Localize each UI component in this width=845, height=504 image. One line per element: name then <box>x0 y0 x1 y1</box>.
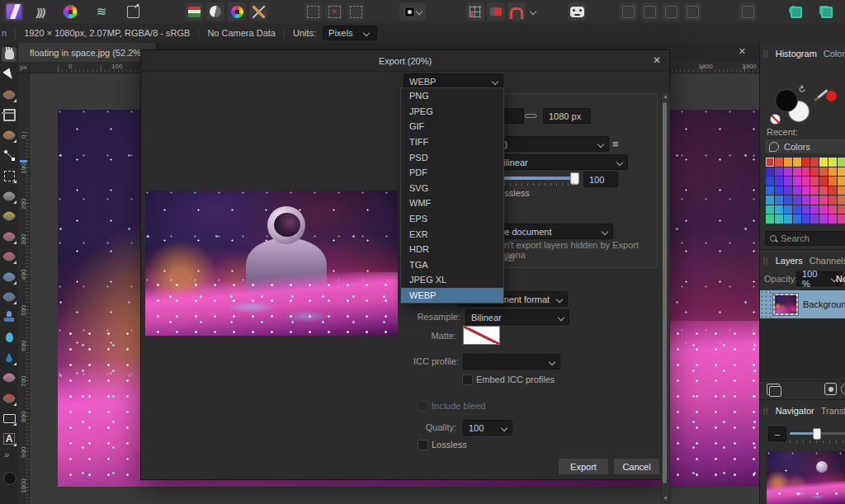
swatch[interactable] <box>810 158 819 167</box>
crop-tool[interactable] <box>2 108 17 123</box>
format-option-png[interactable]: PNG <box>401 88 503 104</box>
tab-color[interactable]: Color <box>824 49 845 59</box>
swatch[interactable] <box>810 214 819 224</box>
swatch[interactable] <box>784 167 792 177</box>
swatch[interactable] <box>775 214 783 224</box>
insert-behind-icon[interactable] <box>786 2 805 21</box>
rectangle-tool[interactable] <box>2 411 17 426</box>
height-field[interactable]: 1080 px <box>543 108 591 124</box>
layers-panel-grip[interactable]: || <box>763 257 769 265</box>
swatch[interactable] <box>838 177 845 186</box>
swatch[interactable] <box>793 177 801 186</box>
zoom-waves-icon[interactable]: ))) <box>31 2 50 21</box>
layer-row-background[interactable]: Background <box>760 290 845 318</box>
swatch[interactable] <box>766 195 774 205</box>
swatch[interactable] <box>828 186 837 195</box>
swatch[interactable] <box>793 214 801 224</box>
navigator-preview[interactable] <box>767 451 845 504</box>
swatch[interactable] <box>775 167 783 177</box>
colour-picker-tool[interactable] <box>2 87 17 102</box>
format-option-psd[interactable]: PSD <box>401 149 503 165</box>
layer-drag-handle[interactable] <box>760 290 772 318</box>
swatch[interactable] <box>828 158 837 167</box>
affinity-photo-logo[interactable] <box>5 2 23 21</box>
healing-brush-tool[interactable] <box>2 290 17 304</box>
picked-colour-well[interactable] <box>826 91 837 101</box>
tab-transform[interactable]: Transform <box>821 406 845 416</box>
swatch[interactable] <box>793 205 801 214</box>
swatch[interactable] <box>819 177 828 186</box>
insert-inside-icon[interactable] <box>817 2 835 21</box>
foreground-colour-well[interactable] <box>775 89 798 112</box>
format-option-hdr[interactable]: HDR <box>401 242 503 257</box>
quality-slider-field[interactable]: 100 <box>583 172 618 187</box>
selection-invert-icon[interactable] <box>347 2 365 21</box>
tab-channels[interactable]: Channels <box>810 256 845 266</box>
units-select[interactable]: Pixels <box>323 26 377 40</box>
swatch[interactable] <box>784 158 792 167</box>
swatch[interactable] <box>810 167 819 177</box>
navigator-zoom-thumb[interactable] <box>813 428 821 440</box>
swatch[interactable] <box>775 177 783 186</box>
swatch[interactable] <box>828 177 837 186</box>
blend-mode-fragment[interactable]: No <box>836 274 845 284</box>
text-tool[interactable]: A <box>2 431 17 446</box>
export-preview-image[interactable] <box>145 191 398 336</box>
liquify-persona-icon[interactable]: ≋ <box>92 2 111 21</box>
lossless-checkbox[interactable] <box>418 440 428 450</box>
export-persona-icon[interactable] <box>124 2 142 21</box>
swatch[interactable] <box>793 186 801 195</box>
format-option-jpeg-xl[interactable]: JPEG XL <box>401 272 503 288</box>
snapping-candidates-icon[interactable] <box>487 2 505 21</box>
selection-deselect-icon[interactable]: ✕ <box>325 2 343 21</box>
swatch[interactable] <box>819 214 828 224</box>
format-option-tiff[interactable]: TIFF <box>401 134 503 150</box>
swatch[interactable] <box>838 195 845 205</box>
swatch[interactable] <box>784 186 792 195</box>
dialog-close-icon[interactable]: ✕ <box>653 54 661 66</box>
layer-thumbnail[interactable] <box>772 293 799 316</box>
swatch[interactable] <box>819 205 828 214</box>
swatch[interactable] <box>802 214 810 224</box>
erase-brush-tool[interactable] <box>2 249 17 264</box>
tab-histogram[interactable]: Histogram <box>776 49 817 59</box>
smudge-brush-tool[interactable] <box>2 370 17 385</box>
swatch[interactable] <box>766 177 774 186</box>
scroll-up-icon[interactable]: ▲ <box>662 94 669 99</box>
swatch[interactable] <box>810 186 819 195</box>
marquee-select-tool[interactable] <box>2 168 17 183</box>
swatch[interactable] <box>793 195 801 205</box>
sharpen-brush-tool[interactable] <box>2 351 17 365</box>
arrange-down-icon[interactable] <box>640 2 659 21</box>
arrange-up-icon[interactable] <box>662 2 680 21</box>
swatch[interactable] <box>802 167 810 177</box>
swatch[interactable] <box>838 167 845 177</box>
swatch[interactable] <box>784 214 792 224</box>
swatch[interactable] <box>802 195 810 205</box>
swatch[interactable] <box>828 205 837 214</box>
link-dimensions-icon[interactable]: ⊂⊃ <box>524 111 536 121</box>
swatch[interactable] <box>810 205 819 214</box>
format-option-pdf[interactable]: PDF <box>401 165 503 181</box>
swatch-search-box[interactable]: Search <box>765 231 845 246</box>
flood-select-tool[interactable] <box>2 209 17 224</box>
swatch[interactable] <box>766 167 774 177</box>
adjustment-layer-icon[interactable] <box>841 383 845 395</box>
assistant-robot-icon[interactable] <box>568 2 586 21</box>
snapping-options-chevron[interactable] <box>528 2 538 21</box>
preset-menu-icon[interactable]: ≡ <box>612 138 619 150</box>
quality-select[interactable]: 100 <box>463 420 512 436</box>
auto-contrast-icon[interactable] <box>206 2 224 21</box>
swatch[interactable] <box>766 186 774 195</box>
layer-stack-icon[interactable] <box>767 384 780 395</box>
scrollbar-thumb[interactable] <box>663 102 667 483</box>
blur-brush-tool[interactable] <box>2 330 17 345</box>
format-option-exr[interactable]: EXR <box>401 226 503 242</box>
resample-select[interactable]: Bilinear <box>465 309 569 325</box>
zoom-out-button[interactable]: – <box>768 426 786 441</box>
swatch[interactable] <box>828 214 837 224</box>
export-button[interactable]: Export <box>558 458 609 475</box>
format-option-webp[interactable]: WEBP <box>401 288 503 304</box>
swatch[interactable] <box>819 186 828 195</box>
swatch[interactable] <box>793 167 801 177</box>
